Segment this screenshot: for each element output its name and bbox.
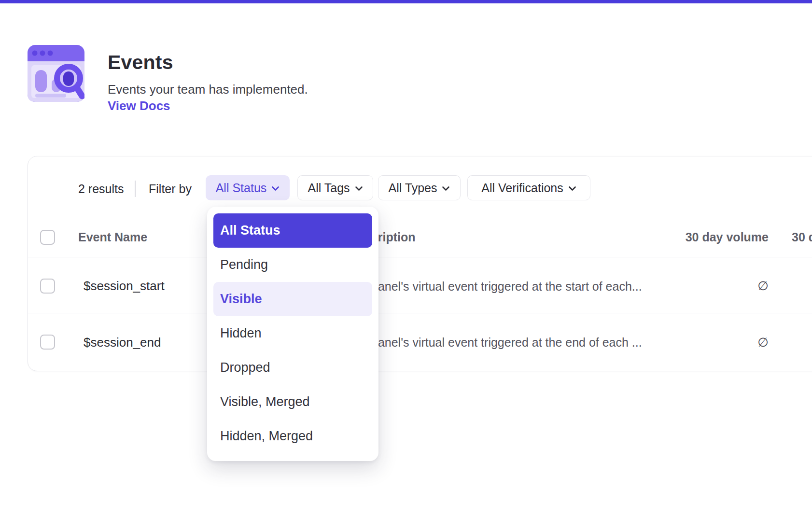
dropdown-option-hidden-merged[interactable]: Hidden, Merged	[213, 419, 372, 453]
filter-button-types-label: All Types	[389, 181, 437, 195]
chevron-down-icon	[271, 186, 280, 191]
select-all-checkbox[interactable]	[40, 230, 55, 245]
dropdown-option-visible-merged[interactable]: Visible, Merged	[213, 385, 372, 419]
column-header-event-name: Event Name	[78, 230, 147, 244]
filter-button-types[interactable]: All Types	[378, 175, 461, 200]
top-accent-bar	[0, 0, 812, 3]
table-header-divider	[28, 257, 812, 257]
filter-by-label: Filter by	[149, 182, 192, 196]
dropdown-option-label: Dropped	[220, 360, 270, 375]
dropdown-option-label: All Status	[220, 223, 280, 238]
events-page: Events Events your team has implemented.…	[0, 0, 812, 505]
filter-button-verifications[interactable]: All Verifications	[467, 175, 590, 200]
event-name-cell[interactable]: $session_end	[84, 335, 161, 350]
dropdown-option-label: Pending	[220, 257, 268, 272]
dropdown-option-pending[interactable]: Pending	[213, 248, 372, 282]
dropdown-option-label: Hidden, Merged	[220, 429, 313, 444]
chevron-down-icon	[442, 186, 450, 191]
dropdown-option-hidden[interactable]: Hidden	[213, 316, 372, 351]
view-docs-link[interactable]: View Docs	[108, 98, 170, 113]
table-row-divider	[28, 313, 812, 313]
event-name-cell[interactable]: $session_start	[84, 278, 165, 294]
row-checkbox-session-end[interactable]	[40, 335, 55, 350]
volume-cell: ∅	[676, 335, 769, 350]
dropdown-option-label: Hidden	[220, 326, 262, 341]
chevron-down-icon	[568, 186, 576, 191]
column-header-30-day-volume: 30 day volume	[628, 230, 769, 244]
status-filter-dropdown: All Status Pending Visible Hidden Droppe…	[207, 207, 378, 461]
filter-bar-divider	[135, 181, 136, 197]
filter-button-status-label: All Status	[216, 181, 267, 195]
filter-button-status[interactable]: All Status	[206, 175, 290, 200]
column-header-30-day-users-clipped: 30 d	[792, 230, 812, 244]
filter-button-verifications-label: All Verifications	[481, 181, 563, 195]
dropdown-option-label: Visible, Merged	[220, 394, 310, 409]
filter-button-tags-label: All Tags	[308, 181, 350, 195]
dropdown-option-dropped[interactable]: Dropped	[213, 351, 372, 385]
description-cell: panel's virtual event triggered at the s…	[371, 279, 642, 294]
chevron-down-icon	[355, 186, 363, 191]
dropdown-option-label: Visible	[220, 292, 262, 307]
volume-cell: ∅	[676, 278, 769, 294]
results-count: 2 results	[78, 182, 124, 196]
events-page-icon	[28, 45, 84, 102]
page-title: Events	[108, 51, 173, 74]
row-checkbox-session-start[interactable]	[40, 279, 55, 294]
dropdown-option-all-status[interactable]: All Status	[213, 213, 372, 248]
page-subtitle: Events your team has implemented.	[108, 82, 308, 97]
browser-chart-search-icon	[28, 45, 84, 102]
filter-button-tags[interactable]: All Tags	[297, 175, 373, 200]
dropdown-option-visible[interactable]: Visible	[213, 282, 372, 316]
description-cell: panel's virtual event triggered at the e…	[371, 335, 642, 350]
